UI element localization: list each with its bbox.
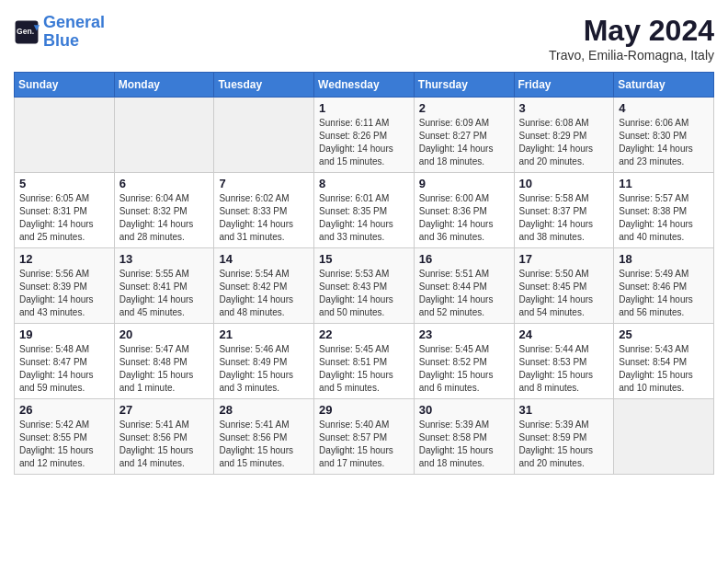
day-number: 28	[219, 403, 309, 417]
day-number: 6	[119, 177, 210, 190]
week-row-4: 26Sunrise: 5:42 AM Sunset: 8:55 PM Dayli…	[15, 399, 714, 475]
day-info: Sunrise: 5:54 AM Sunset: 8:42 PM Dayligh…	[219, 268, 309, 319]
day-number: 20	[119, 327, 210, 341]
week-row-1: 5Sunrise: 6:05 AM Sunset: 8:31 PM Daylig…	[15, 173, 714, 248]
day-info: Sunrise: 5:56 AM Sunset: 8:39 PM Dayligh…	[19, 268, 109, 319]
day-number: 5	[19, 177, 109, 190]
svg-text:Gen.: Gen.	[17, 26, 34, 35]
calendar-cell: 26Sunrise: 5:42 AM Sunset: 8:55 PM Dayli…	[15, 399, 115, 475]
header-day-friday: Friday	[514, 73, 614, 98]
calendar-cell: 24Sunrise: 5:44 AM Sunset: 8:53 PM Dayli…	[514, 324, 614, 399]
calendar-cell: 16Sunrise: 5:51 AM Sunset: 8:44 PM Dayli…	[414, 248, 514, 324]
calendar-cell: 29Sunrise: 5:40 AM Sunset: 8:57 PM Dayli…	[314, 399, 415, 475]
day-info: Sunrise: 5:55 AM Sunset: 8:41 PM Dayligh…	[119, 268, 210, 319]
title-block: May 2024 Travo, Emilia-Romagna, Italy	[549, 14, 714, 63]
calendar-cell: 12Sunrise: 5:56 AM Sunset: 8:39 PM Dayli…	[15, 248, 115, 324]
day-number: 24	[519, 327, 609, 341]
day-number: 25	[619, 327, 709, 341]
day-number: 30	[419, 403, 509, 417]
calendar-cell: 21Sunrise: 5:46 AM Sunset: 8:49 PM Dayli…	[214, 324, 314, 399]
day-info: Sunrise: 5:51 AM Sunset: 8:44 PM Dayligh…	[419, 268, 509, 319]
calendar-cell: 19Sunrise: 5:48 AM Sunset: 8:47 PM Dayli…	[15, 324, 115, 399]
day-info: Sunrise: 5:53 AM Sunset: 8:43 PM Dayligh…	[319, 268, 409, 319]
calendar-cell: 30Sunrise: 5:39 AM Sunset: 8:58 PM Dayli…	[414, 399, 514, 475]
calendar-cell: 20Sunrise: 5:47 AM Sunset: 8:48 PM Dayli…	[114, 324, 214, 399]
day-number: 12	[19, 252, 109, 266]
calendar-cell: 13Sunrise: 5:55 AM Sunset: 8:41 PM Dayli…	[114, 248, 214, 324]
calendar-cell: 31Sunrise: 5:39 AM Sunset: 8:59 PM Dayli…	[514, 399, 614, 475]
day-number: 26	[19, 403, 109, 417]
calendar-cell: 2Sunrise: 6:09 AM Sunset: 8:27 PM Daylig…	[414, 98, 514, 173]
day-number: 11	[619, 177, 709, 190]
day-number: 13	[119, 252, 210, 266]
header-day-saturday: Saturday	[614, 73, 714, 98]
calendar-cell: 9Sunrise: 6:00 AM Sunset: 8:36 PM Daylig…	[414, 173, 514, 248]
day-info: Sunrise: 5:47 AM Sunset: 8:48 PM Dayligh…	[119, 343, 210, 395]
header-day-monday: Monday	[114, 73, 214, 98]
day-number: 3	[519, 101, 609, 115]
day-info: Sunrise: 5:39 AM Sunset: 8:58 PM Dayligh…	[419, 419, 509, 470]
day-number: 18	[619, 252, 709, 266]
day-number: 17	[519, 252, 609, 266]
calendar-cell: 25Sunrise: 5:43 AM Sunset: 8:54 PM Dayli…	[614, 324, 714, 399]
calendar-cell: 1Sunrise: 6:11 AM Sunset: 8:26 PM Daylig…	[314, 98, 415, 173]
header-day-thursday: Thursday	[414, 73, 514, 98]
calendar-header: SundayMondayTuesdayWednesdayThursdayFrid…	[15, 73, 714, 98]
day-info: Sunrise: 5:43 AM Sunset: 8:54 PM Dayligh…	[619, 343, 709, 395]
day-info: Sunrise: 5:45 AM Sunset: 8:51 PM Dayligh…	[319, 343, 409, 395]
day-info: Sunrise: 6:08 AM Sunset: 8:29 PM Dayligh…	[519, 117, 609, 168]
calendar-cell: 7Sunrise: 6:02 AM Sunset: 8:33 PM Daylig…	[214, 173, 314, 248]
day-number: 10	[519, 177, 609, 190]
calendar-cell: 23Sunrise: 5:45 AM Sunset: 8:52 PM Dayli…	[414, 324, 514, 399]
week-row-0: 1Sunrise: 6:11 AM Sunset: 8:26 PM Daylig…	[15, 98, 714, 173]
day-number: 19	[19, 327, 109, 341]
calendar-cell	[114, 98, 214, 173]
header-row: SundayMondayTuesdayWednesdayThursdayFrid…	[15, 73, 714, 98]
day-number: 31	[519, 403, 609, 417]
calendar-cell: 14Sunrise: 5:54 AM Sunset: 8:42 PM Dayli…	[214, 248, 314, 324]
day-number: 21	[219, 327, 309, 341]
day-number: 9	[419, 177, 509, 190]
day-info: Sunrise: 5:50 AM Sunset: 8:45 PM Dayligh…	[519, 268, 609, 319]
calendar-cell: 6Sunrise: 6:04 AM Sunset: 8:32 PM Daylig…	[114, 173, 214, 248]
calendar-cell: 18Sunrise: 5:49 AM Sunset: 8:46 PM Dayli…	[614, 248, 714, 324]
day-number: 2	[419, 101, 509, 115]
day-info: Sunrise: 6:05 AM Sunset: 8:31 PM Dayligh…	[19, 192, 109, 244]
day-info: Sunrise: 6:09 AM Sunset: 8:27 PM Dayligh…	[419, 117, 509, 168]
day-number: 1	[319, 101, 409, 115]
day-info: Sunrise: 5:44 AM Sunset: 8:53 PM Dayligh…	[519, 343, 609, 395]
day-info: Sunrise: 5:49 AM Sunset: 8:46 PM Dayligh…	[619, 268, 709, 319]
calendar-cell: 8Sunrise: 6:01 AM Sunset: 8:35 PM Daylig…	[314, 173, 415, 248]
day-info: Sunrise: 6:04 AM Sunset: 8:32 PM Dayligh…	[119, 192, 210, 244]
day-info: Sunrise: 5:45 AM Sunset: 8:52 PM Dayligh…	[419, 343, 509, 395]
day-info: Sunrise: 5:42 AM Sunset: 8:55 PM Dayligh…	[19, 419, 109, 470]
day-info: Sunrise: 5:41 AM Sunset: 8:56 PM Dayligh…	[219, 419, 309, 470]
page-header: Gen. GeneralBlue May 2024 Travo, Emilia-…	[14, 14, 714, 63]
calendar-cell: 22Sunrise: 5:45 AM Sunset: 8:51 PM Dayli…	[314, 324, 415, 399]
day-info: Sunrise: 5:46 AM Sunset: 8:49 PM Dayligh…	[219, 343, 309, 395]
calendar-cell: 4Sunrise: 6:06 AM Sunset: 8:30 PM Daylig…	[614, 98, 714, 173]
header-day-wednesday: Wednesday	[314, 73, 415, 98]
logo-icon: Gen.	[14, 19, 40, 45]
day-number: 8	[319, 177, 409, 190]
day-number: 29	[319, 403, 409, 417]
week-row-3: 19Sunrise: 5:48 AM Sunset: 8:47 PM Dayli…	[15, 324, 714, 399]
day-info: Sunrise: 5:41 AM Sunset: 8:56 PM Dayligh…	[119, 419, 210, 470]
day-info: Sunrise: 5:57 AM Sunset: 8:38 PM Dayligh…	[619, 192, 709, 244]
calendar-cell: 15Sunrise: 5:53 AM Sunset: 8:43 PM Dayli…	[314, 248, 415, 324]
week-row-2: 12Sunrise: 5:56 AM Sunset: 8:39 PM Dayli…	[15, 248, 714, 324]
calendar-cell	[614, 399, 714, 475]
location-subtitle: Travo, Emilia-Romagna, Italy	[549, 48, 714, 63]
day-info: Sunrise: 5:40 AM Sunset: 8:57 PM Dayligh…	[319, 419, 409, 470]
calendar-cell: 11Sunrise: 5:57 AM Sunset: 8:38 PM Dayli…	[614, 173, 714, 248]
calendar-table: SundayMondayTuesdayWednesdayThursdayFrid…	[14, 72, 714, 475]
day-info: Sunrise: 5:58 AM Sunset: 8:37 PM Dayligh…	[519, 192, 609, 244]
day-number: 16	[419, 252, 509, 266]
day-info: Sunrise: 6:11 AM Sunset: 8:26 PM Dayligh…	[319, 117, 409, 168]
calendar-body: 1Sunrise: 6:11 AM Sunset: 8:26 PM Daylig…	[15, 98, 714, 475]
header-day-sunday: Sunday	[15, 73, 115, 98]
calendar-cell: 5Sunrise: 6:05 AM Sunset: 8:31 PM Daylig…	[15, 173, 115, 248]
day-number: 27	[119, 403, 210, 417]
day-number: 14	[219, 252, 309, 266]
day-info: Sunrise: 5:39 AM Sunset: 8:59 PM Dayligh…	[519, 419, 609, 470]
